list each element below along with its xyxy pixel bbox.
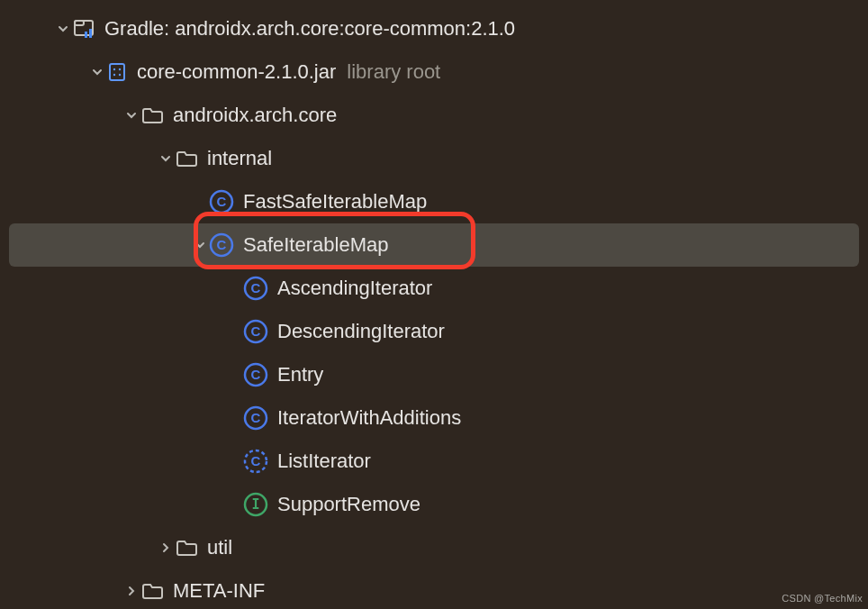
tree-item-label: androidx.arch.core <box>173 104 337 127</box>
interface-icon: I <box>243 492 268 517</box>
chevron-down-icon[interactable] <box>157 152 175 165</box>
svg-point-6 <box>119 68 121 70</box>
tree-item-class[interactable]: CEntry <box>0 353 868 396</box>
tree-item-package[interactable]: androidx.arch.core <box>0 94 868 137</box>
tree-item-label: util <box>207 536 232 559</box>
svg-rect-4 <box>110 64 124 80</box>
library-icon <box>72 17 95 41</box>
class-icon: C <box>243 362 268 387</box>
class-list: CFastSafeIterableMapCSafeIterableMapCAsc… <box>0 180 868 526</box>
chevron-right-icon[interactable] <box>122 585 140 597</box>
svg-rect-2 <box>85 32 87 38</box>
folder-icon <box>140 104 164 127</box>
tree-item-class[interactable]: CListIterator <box>0 440 868 483</box>
tree-item-label: AscendingIterator <box>277 277 432 300</box>
tree-item-label: Gradle: androidx.arch.core:core-common:2… <box>104 17 515 41</box>
chevron-down-icon[interactable] <box>122 109 140 122</box>
chevron-down-icon[interactable] <box>191 239 209 251</box>
tree-item-label: DescendingIterator <box>277 320 445 343</box>
tree-item-label: Entry <box>277 363 323 386</box>
tree-item-class[interactable]: CFastSafeIterableMap <box>0 180 868 223</box>
svg-rect-3 <box>89 29 92 38</box>
tree-item-label: IteratorWithAdditions <box>277 406 461 430</box>
tree-item-label: META-INF <box>173 579 265 603</box>
tree-item-folder-meta-inf[interactable]: META-INF <box>0 569 868 609</box>
abstract-class-icon: C <box>243 449 268 474</box>
folder-icon <box>175 147 198 170</box>
tree-item-class[interactable]: CAscendingIterator <box>0 267 868 310</box>
class-icon: C <box>209 232 234 258</box>
tree-item-label: SafeIterableMap <box>243 233 388 257</box>
class-icon: C <box>209 189 234 214</box>
svg-text:C: C <box>251 323 261 339</box>
jar-icon <box>106 61 128 83</box>
tree-item-class[interactable]: CIteratorWithAdditions <box>0 396 868 440</box>
tree-item-label: core-common-2.1.0.jar <box>137 60 336 84</box>
class-icon: C <box>243 405 268 431</box>
folder-icon <box>140 579 164 603</box>
tree-item-class[interactable]: ISupportRemove <box>0 483 868 526</box>
svg-point-7 <box>113 74 115 76</box>
class-icon: C <box>243 319 268 344</box>
watermark-text: CSDN @TechMix <box>782 593 863 604</box>
svg-point-5 <box>113 68 115 70</box>
chevron-down-icon[interactable] <box>88 66 106 78</box>
tree-item-folder-internal[interactable]: internal <box>0 137 868 180</box>
svg-point-8 <box>119 74 121 76</box>
svg-text:C: C <box>217 194 227 209</box>
tree-item-label: ListIterator <box>277 450 371 473</box>
tree-item-class[interactable]: CDescendingIterator <box>0 310 868 353</box>
svg-text:C: C <box>251 367 261 382</box>
tree-item-jar[interactable]: core-common-2.1.0.jar library root <box>0 50 868 94</box>
svg-text:I: I <box>251 496 259 513</box>
tree-item-label: FastSafeIterableMap <box>243 190 427 214</box>
class-icon: C <box>243 276 268 301</box>
tree-item-class[interactable]: CSafeIterableMap <box>9 223 859 267</box>
svg-text:C: C <box>251 410 261 425</box>
project-tree[interactable]: Gradle: androidx.arch.core:core-common:2… <box>0 0 868 609</box>
svg-text:C: C <box>251 280 261 295</box>
svg-text:C: C <box>251 453 261 468</box>
tree-item-label: SupportRemove <box>277 493 420 516</box>
tree-item-label: internal <box>207 147 272 170</box>
folder-icon <box>175 536 198 559</box>
tree-item-suffix: library root <box>347 60 440 84</box>
tree-item-library-root[interactable]: Gradle: androidx.arch.core:core-common:2… <box>0 7 868 50</box>
chevron-right-icon[interactable] <box>157 541 175 554</box>
chevron-down-icon[interactable] <box>54 23 72 35</box>
tree-item-folder-util[interactable]: util <box>0 526 868 569</box>
svg-rect-1 <box>75 21 84 25</box>
svg-text:C: C <box>217 237 227 252</box>
